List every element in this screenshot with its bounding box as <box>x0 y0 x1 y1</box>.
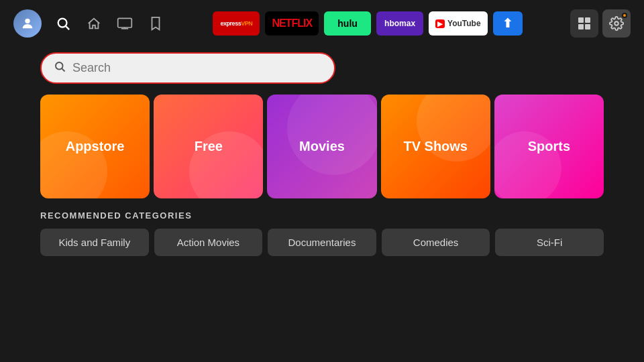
home-icon[interactable] <box>85 14 103 33</box>
cyber-app[interactable]: ⬆ <box>493 11 523 36</box>
search-section <box>0 47 644 95</box>
chip-comedies[interactable]: Comedies <box>382 229 490 256</box>
tile-sports-label: Sports <box>528 139 570 154</box>
search-nav-icon[interactable] <box>54 14 72 33</box>
svg-line-12 <box>62 68 64 71</box>
top-nav: expressVPN NETFLIX hulu hbomax ▶ YouTube… <box>0 0 644 47</box>
expressvpn-app[interactable]: expressVPN <box>213 11 260 36</box>
svg-rect-8 <box>578 24 584 29</box>
svg-rect-3 <box>118 18 132 27</box>
settings-notification-dot <box>622 13 627 18</box>
svg-rect-7 <box>585 17 590 23</box>
tiles-grid: Appstore Free Movies TV Shows Sports <box>40 95 604 198</box>
svg-point-11 <box>56 62 63 70</box>
grid-icon-btn[interactable] <box>570 9 598 38</box>
youtube-app[interactable]: ▶ YouTube <box>429 11 488 36</box>
bookmark-icon[interactable] <box>146 14 165 33</box>
search-bar[interactable] <box>40 52 335 84</box>
svg-rect-9 <box>585 24 590 29</box>
tile-movies-label: Movies <box>299 139 345 154</box>
tile-appstore[interactable]: Appstore <box>40 95 150 198</box>
tile-appstore-label: Appstore <box>66 139 125 154</box>
svg-point-1 <box>58 19 67 27</box>
tile-movies[interactable]: Movies <box>267 95 376 198</box>
netflix-app[interactable]: NETFLIX <box>265 11 319 36</box>
avatar[interactable] <box>13 9 42 38</box>
tile-free-label: Free <box>195 139 223 154</box>
recommended-section: RECOMMENDED CATEGORIES Kids and Family A… <box>0 198 644 263</box>
chip-action-movies[interactable]: Action Movies <box>154 229 263 256</box>
tile-tvshows-label: TV Shows <box>403 139 468 154</box>
svg-point-10 <box>614 21 619 25</box>
nav-left <box>13 9 165 38</box>
nav-apps: expressVPN NETFLIX hulu hbomax ▶ YouTube… <box>213 11 522 36</box>
hbomax-app[interactable]: hbomax <box>376 11 423 36</box>
chip-documentaries[interactable]: Documentaries <box>268 229 376 256</box>
hulu-app[interactable]: hulu <box>324 11 371 36</box>
chip-kids-family[interactable]: Kids and Family <box>40 229 149 256</box>
svg-point-0 <box>25 19 30 23</box>
tv-icon[interactable] <box>115 14 134 33</box>
svg-rect-6 <box>578 17 584 23</box>
tiles-section: Appstore Free Movies TV Shows Sports <box>0 95 644 198</box>
search-icon <box>54 60 66 76</box>
recommended-chips: Kids and Family Action Movies Documentar… <box>40 229 604 256</box>
svg-line-2 <box>66 26 69 29</box>
nav-right-icons <box>570 9 631 38</box>
settings-icon-btn[interactable] <box>602 9 631 38</box>
tile-free[interactable]: Free <box>154 95 263 198</box>
search-input[interactable] <box>72 61 322 75</box>
tile-tvshows[interactable]: TV Shows <box>381 95 490 198</box>
tile-sports[interactable]: Sports <box>494 95 604 198</box>
chip-sci-fi[interactable]: Sci-Fi <box>495 229 604 256</box>
recommended-title: RECOMMENDED CATEGORIES <box>40 210 604 221</box>
